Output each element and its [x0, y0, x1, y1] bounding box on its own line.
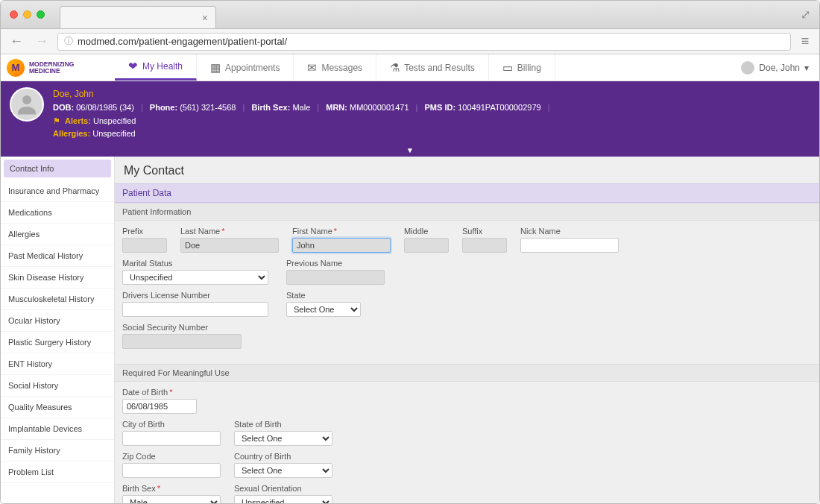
- patient-demographics-row: DOB: 06/08/1985 (34) | Phone: (561) 321-…: [53, 101, 555, 115]
- sidebar-item-musculoskeletal-history[interactable]: Musculoskeletal History: [1, 289, 114, 310]
- tab-appointments[interactable]: ▦ Appointments: [197, 54, 294, 81]
- maximize-window-button[interactable]: [37, 10, 45, 19]
- sidebar-item-allergies[interactable]: Allergies: [1, 224, 114, 245]
- tab-label: My Health: [142, 61, 183, 72]
- ssn-field[interactable]: [122, 334, 242, 349]
- logo-mark-icon: M: [7, 59, 25, 77]
- browser-window: × ⤢ ← → ⓘ modmed.com/patient-engagement/…: [0, 0, 820, 504]
- brand-logo[interactable]: M MODERNIZING MEDICINE: [1, 54, 115, 81]
- first-name-field[interactable]: [292, 238, 391, 253]
- browser-toolbar: ← → ⓘ modmed.com/patient-engagement/pati…: [1, 29, 819, 54]
- chat-icon: ✉: [307, 61, 317, 75]
- section-patient-data: Patient Data: [115, 183, 819, 203]
- tab-billing[interactable]: ▭ Billing: [489, 54, 555, 81]
- patient-alerts-row: ⚑ Alerts: Unspecified: [53, 115, 555, 128]
- label-birth-sex: Birth Sex*: [122, 484, 221, 493]
- label-last-name: Last Name*: [180, 227, 279, 236]
- sexual-orientation-select[interactable]: Unspecified: [234, 495, 332, 504]
- sidebar-item-quality-measures[interactable]: Quality Measures: [1, 397, 114, 418]
- primary-nav: ❤ My Health ▦ Appointments ✉ Messages ⚗ …: [115, 54, 555, 81]
- prefix-field[interactable]: [122, 238, 167, 253]
- microscope-icon: ⚗: [390, 61, 400, 75]
- state-of-birth-select[interactable]: Select One: [234, 431, 332, 446]
- sidebar-item-plastic-surgery-history[interactable]: Plastic Surgery History: [1, 332, 114, 353]
- middle-field[interactable]: [404, 238, 449, 253]
- label-previous-name: Previous Name: [286, 259, 385, 268]
- label-suffix: Suffix: [462, 227, 507, 236]
- close-window-button[interactable]: [10, 10, 18, 19]
- window-controls: [10, 10, 45, 19]
- patient-banner: Doe, John DOB: 06/08/1985 (34) | Phone: …: [1, 81, 819, 157]
- minimize-window-button[interactable]: [23, 10, 31, 19]
- label-marital-status: Marital Status: [122, 259, 268, 268]
- label-state: State: [286, 291, 361, 300]
- flag-icon: ⚑: [53, 116, 60, 125]
- heart-icon: ❤: [128, 60, 138, 73]
- sidebar-item-ocular-history[interactable]: Ocular History: [1, 310, 114, 332]
- previous-name-field[interactable]: [286, 270, 385, 285]
- page-title: My Contact: [115, 157, 819, 183]
- browser-tab-strip: ×: [60, 1, 801, 28]
- sidebar-item-skin-disease-history[interactable]: Skin Disease History: [1, 267, 114, 289]
- browser-menu-button[interactable]: ≡: [797, 34, 813, 49]
- app-header: M MODERNIZING MEDICINE ❤ My Health ▦ App…: [1, 54, 819, 81]
- sidebar-item-past-medical-history[interactable]: Past Medical History: [1, 245, 114, 267]
- country-of-birth-select[interactable]: Select One: [234, 463, 332, 478]
- form-patient-information: Prefix Last Name* First Name* Middle Suf…: [115, 221, 819, 364]
- expand-icon[interactable]: ⤢: [801, 7, 810, 22]
- sidebar-item-ent-history[interactable]: ENT History: [1, 353, 114, 375]
- label-nick-name: Nick Name: [520, 227, 619, 236]
- back-button[interactable]: ←: [7, 34, 26, 49]
- tab-label: Appointments: [225, 63, 280, 73]
- nick-name-field[interactable]: [520, 238, 619, 253]
- sidebar-item-contact-info[interactable]: Contact Info: [4, 160, 111, 177]
- tab-tests[interactable]: ⚗ Tests and Results: [376, 54, 489, 81]
- label-first-name: First Name*: [292, 227, 391, 236]
- marital-status-select[interactable]: Unspecified: [122, 270, 268, 285]
- chevron-down-icon: ▾: [804, 63, 809, 73]
- drivers-license-field[interactable]: [122, 302, 268, 317]
- sidebar-item-implantable-devices[interactable]: Implantable Devices: [1, 418, 114, 440]
- zip-field[interactable]: [122, 463, 221, 478]
- banner-expand-toggle[interactable]: ▼: [10, 145, 810, 157]
- label-state-of-birth: State of Birth: [234, 420, 332, 429]
- patient-allergies-row: Allergies: Unspecified: [53, 127, 555, 141]
- sidebar: Contact Info Insurance and Pharmacy Medi…: [1, 157, 115, 504]
- label-ssn: Social Security Number: [122, 323, 242, 332]
- card-icon: ▭: [502, 61, 513, 75]
- forward-button[interactable]: →: [32, 34, 51, 49]
- sidebar-item-social-history[interactable]: Social History: [1, 375, 114, 397]
- browser-tab[interactable]: ×: [60, 6, 216, 28]
- patient-name: Doe, John: [53, 87, 555, 101]
- label-sexual-orientation: Sexual Orientation: [234, 484, 332, 493]
- tab-my-health[interactable]: ❤ My Health: [115, 54, 197, 81]
- form-meaningful-use: Date of Birth* City of Birth State of Bi…: [115, 382, 819, 504]
- sidebar-item-family-history[interactable]: Family History: [1, 440, 114, 462]
- user-name: Doe, John: [759, 63, 800, 73]
- birth-sex-select[interactable]: Male: [122, 495, 221, 504]
- label-zip: Zip Code: [122, 452, 221, 461]
- suffix-field[interactable]: [462, 238, 507, 253]
- sidebar-item-problem-list[interactable]: Problem List: [1, 462, 114, 483]
- site-info-icon: ⓘ: [64, 35, 73, 48]
- sidebar-item-insurance-pharmacy[interactable]: Insurance and Pharmacy: [1, 180, 114, 202]
- content-area: My Contact Patient Data Patient Informat…: [115, 157, 819, 504]
- last-name-field[interactable]: [180, 238, 279, 253]
- browser-title-bar: × ⤢: [1, 1, 819, 29]
- state-select[interactable]: Select One: [286, 302, 361, 317]
- tab-label: Billing: [517, 63, 541, 73]
- url-input[interactable]: ⓘ modmed.com/patient-engagement/patient-…: [57, 33, 791, 51]
- city-of-birth-field[interactable]: [122, 431, 221, 446]
- tab-label: Messages: [321, 63, 362, 73]
- tab-close-icon[interactable]: ×: [202, 12, 208, 24]
- label-country-of-birth: Country of Birth: [234, 452, 332, 461]
- subsection-meaningful-use: Required For Meaningful Use: [115, 364, 819, 382]
- label-prefix: Prefix: [122, 227, 167, 236]
- user-menu[interactable]: Doe, John ▾: [731, 54, 819, 81]
- sidebar-item-medications[interactable]: Medications: [1, 202, 114, 224]
- tab-messages[interactable]: ✉ Messages: [294, 54, 376, 81]
- dob-field[interactable]: [122, 399, 197, 414]
- subsection-patient-information: Patient Information: [115, 203, 819, 221]
- person-icon: [13, 91, 40, 118]
- patient-avatar: [10, 87, 44, 122]
